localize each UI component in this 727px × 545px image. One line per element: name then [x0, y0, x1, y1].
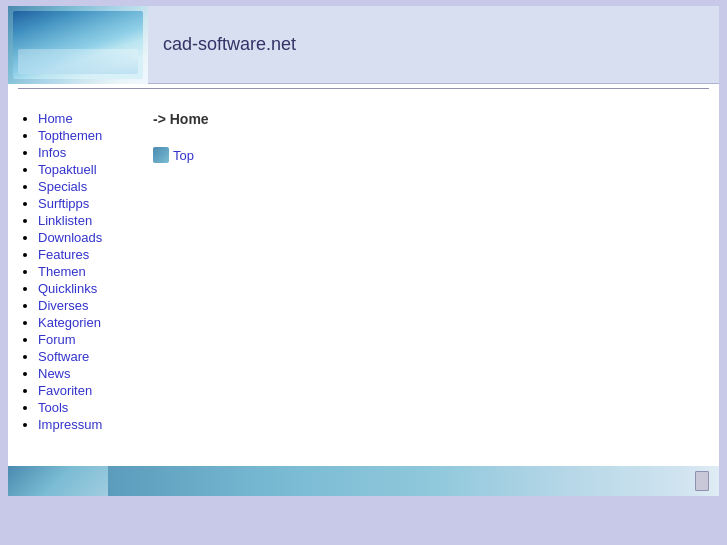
nav-link-downloads[interactable]: Downloads: [38, 230, 102, 245]
list-item: Surftipps: [38, 196, 128, 211]
top-link-area: Top: [153, 147, 704, 163]
nav-link-impressum[interactable]: Impressum: [38, 417, 102, 432]
divider: [18, 88, 709, 89]
main-wrapper: cad-software.net HomeTopthemenInfosTopak…: [8, 6, 719, 496]
nav-link-kategorien[interactable]: Kategorien: [38, 315, 101, 330]
list-item: News: [38, 366, 128, 381]
list-item: Linklisten: [38, 213, 128, 228]
nav-link-home[interactable]: Home: [38, 111, 73, 126]
list-item: Specials: [38, 179, 128, 194]
list-item: Home: [38, 111, 128, 126]
nav-link-topthemen[interactable]: Topthemen: [38, 128, 102, 143]
list-item: Quicklinks: [38, 281, 128, 296]
header-logo: [8, 6, 148, 84]
list-item: Infos: [38, 145, 128, 160]
nav-link-forum[interactable]: Forum: [38, 332, 76, 347]
top-icon: [153, 147, 169, 163]
list-item: Favoriten: [38, 383, 128, 398]
list-item: Features: [38, 247, 128, 262]
list-item: Topaktuell: [38, 162, 128, 177]
list-item: Software: [38, 349, 128, 364]
nav-link-surftipps[interactable]: Surftipps: [38, 196, 89, 211]
list-item: Impressum: [38, 417, 128, 432]
left-nav: HomeTopthemenInfosTopaktuellSpecialsSurf…: [8, 101, 138, 458]
footer-logo: [8, 466, 108, 496]
nav-link-features[interactable]: Features: [38, 247, 89, 262]
nav-link-quicklinks[interactable]: Quicklinks: [38, 281, 97, 296]
nav-link-favoriten[interactable]: Favoriten: [38, 383, 92, 398]
list-item: Downloads: [38, 230, 128, 245]
list-item: Diverses: [38, 298, 128, 313]
list-item: Themen: [38, 264, 128, 279]
nav-link-software[interactable]: Software: [38, 349, 89, 364]
main-content: -> Home Top: [138, 101, 719, 458]
list-item: Tools: [38, 400, 128, 415]
nav-link-news[interactable]: News: [38, 366, 71, 381]
nav-link-linklisten[interactable]: Linklisten: [38, 213, 92, 228]
nav-link-themen[interactable]: Themen: [38, 264, 86, 279]
list-item: Forum: [38, 332, 128, 347]
list-item: Kategorien: [38, 315, 128, 330]
breadcrumb: -> Home: [153, 111, 704, 127]
header-title: cad-software.net: [163, 34, 296, 55]
header: cad-software.net: [8, 6, 719, 84]
list-item: Topthemen: [38, 128, 128, 143]
top-link[interactable]: Top: [173, 148, 194, 163]
nav-link-infos[interactable]: Infos: [38, 145, 66, 160]
nav-list: HomeTopthemenInfosTopaktuellSpecialsSurf…: [23, 111, 128, 432]
content-area: HomeTopthemenInfosTopaktuellSpecialsSurf…: [8, 93, 719, 466]
footer: [8, 466, 719, 496]
outer-container: cad-software.net HomeTopthemenInfosTopak…: [0, 0, 727, 545]
nav-link-topaktuell[interactable]: Topaktuell: [38, 162, 97, 177]
nav-link-diverses[interactable]: Diverses: [38, 298, 89, 313]
nav-link-specials[interactable]: Specials: [38, 179, 87, 194]
header-title-area: cad-software.net: [148, 6, 719, 83]
nav-link-tools[interactable]: Tools: [38, 400, 68, 415]
